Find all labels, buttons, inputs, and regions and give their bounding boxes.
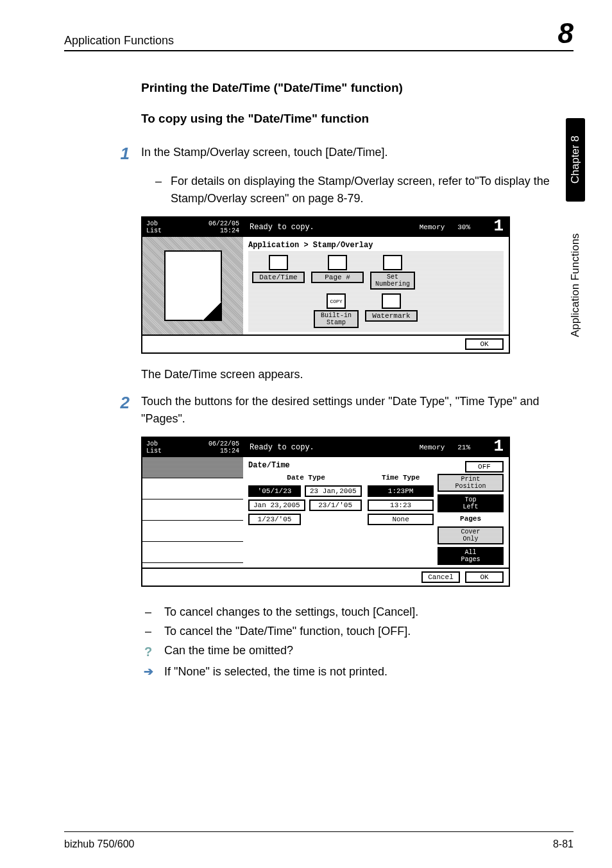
list-item[interactable] bbox=[142, 521, 243, 542]
cancel-button[interactable]: Cancel bbox=[421, 571, 460, 583]
time-opt-3[interactable]: None bbox=[368, 514, 434, 525]
step-2: 2 Touch the buttons for the desired sett… bbox=[141, 393, 554, 428]
setnum-icon bbox=[383, 255, 402, 270]
dash-icon: – bbox=[141, 603, 155, 621]
list-item[interactable] bbox=[142, 457, 243, 478]
date-opt-4[interactable]: 23/1/'05 bbox=[309, 499, 362, 511]
datetime-icon bbox=[269, 255, 288, 270]
time-type-label: Time Type bbox=[368, 474, 434, 482]
pages-opt-1[interactable]: Cover Only bbox=[438, 526, 504, 544]
setnum-button[interactable]: Set Numbering bbox=[370, 272, 415, 290]
step-1: 1 In the Stamp/Overlay screen, touch [Da… bbox=[141, 144, 554, 164]
off-button[interactable]: OFF bbox=[465, 461, 504, 473]
job-list-area-2[interactable]: Job List 06/22/05 15:24 bbox=[142, 438, 243, 457]
pages-opt-2[interactable]: All Pages bbox=[438, 547, 504, 565]
date-type-label: Date Type bbox=[248, 474, 364, 482]
page-icon bbox=[328, 255, 347, 270]
builtin-icon: COPY bbox=[327, 293, 346, 309]
datetime-button[interactable]: Date/Time bbox=[252, 272, 305, 283]
time-opt-1[interactable]: 1:23PM bbox=[368, 485, 434, 497]
status-bar-2: Ready to copy. Memory 21% 1 bbox=[243, 438, 509, 457]
memory-value: 30% bbox=[457, 223, 470, 231]
memory-label-2: Memory bbox=[420, 444, 445, 451]
step-2-text: Touch the buttons for the desired settin… bbox=[141, 393, 554, 428]
date-opt-2[interactable]: 23 Jan,2005 bbox=[305, 485, 362, 497]
note-1: To cancel changes to the settings, touch… bbox=[164, 603, 418, 621]
copy-count: 1 bbox=[493, 216, 504, 236]
page-button[interactable]: Page # bbox=[311, 272, 364, 283]
header-time: 15:24 bbox=[220, 227, 239, 234]
footer-right: 8-81 bbox=[553, 838, 574, 850]
job-list-label-2: Job List bbox=[146, 440, 162, 455]
builtin-button[interactable]: Built-in Stamp bbox=[314, 310, 359, 328]
list-item[interactable] bbox=[142, 542, 243, 563]
preview-pane bbox=[142, 237, 243, 334]
memory-value-2: 21% bbox=[457, 444, 470, 451]
footer-rule bbox=[64, 831, 574, 832]
header-left-text: Application Functions bbox=[64, 34, 174, 48]
header-time-2: 15:24 bbox=[220, 447, 239, 455]
question-icon: ? bbox=[141, 642, 155, 662]
side-tab: Chapter 8 Application Functions bbox=[566, 118, 585, 478]
header-date: 06/22/05 bbox=[208, 220, 239, 227]
copy-count-2: 1 bbox=[493, 437, 504, 456]
list-item[interactable] bbox=[142, 499, 243, 521]
print-position-value: Top Left bbox=[438, 494, 504, 512]
watermark-button[interactable]: Watermark bbox=[365, 310, 418, 322]
memory-label: Memory bbox=[420, 223, 445, 231]
heading-main: Printing the Date/Time ("Date/Time" func… bbox=[141, 81, 554, 95]
document-icon bbox=[164, 250, 222, 321]
list-item[interactable] bbox=[142, 478, 243, 499]
screen-title: Date/Time bbox=[248, 461, 290, 470]
header-date-2: 06/22/05 bbox=[208, 440, 239, 447]
header-rule bbox=[64, 50, 574, 51]
dash-icon: – bbox=[155, 173, 162, 207]
side-tab-section: Application Functions bbox=[566, 208, 585, 362]
step-1-text: In the Stamp/Overlay screen, touch [Date… bbox=[141, 144, 554, 161]
notes-block: –To cancel changes to the settings, touc… bbox=[141, 603, 554, 681]
screenshot-datetime: Job List 06/22/05 15:24 Ready to copy. M… bbox=[141, 437, 510, 587]
heading-sub: To copy using the "Date/Time" function bbox=[141, 112, 554, 126]
pages-label: Pages bbox=[438, 515, 504, 523]
page-footer: bizhub 750/600 8-81 bbox=[64, 838, 574, 850]
arrow-icon: ➔ bbox=[141, 663, 155, 681]
header-right: 8 bbox=[558, 19, 574, 48]
watermark-icon bbox=[382, 293, 401, 309]
note-q: Can the time be omitted? bbox=[164, 642, 293, 662]
screenshot-stamp-overlay: Job List 06/22/05 15:24 Ready to copy. M… bbox=[141, 216, 510, 354]
job-list-pane bbox=[142, 457, 243, 568]
ready-label: Ready to copy. bbox=[250, 223, 314, 232]
chapter-number: 8 bbox=[558, 19, 574, 48]
footer-left: bizhub 750/600 bbox=[64, 838, 134, 850]
job-list-area[interactable]: Job List 06/22/05 15:24 bbox=[142, 218, 243, 237]
step-1-sub: – For details on displaying the Stamp/Ov… bbox=[155, 173, 554, 207]
page-header: Application Functions 8 bbox=[64, 19, 574, 48]
status-bar: Ready to copy. Memory 30% 1 bbox=[243, 218, 509, 237]
step-1-sub-text: For details on displaying the Stamp/Over… bbox=[171, 173, 554, 207]
date-opt-5[interactable]: 1/23/'05 bbox=[248, 514, 301, 525]
note-a: If "None" is selected, the time is not p… bbox=[164, 663, 387, 681]
time-opt-2[interactable]: 13:23 bbox=[368, 499, 434, 511]
date-opt-3[interactable]: Jan 23,2005 bbox=[248, 499, 305, 511]
ready-label-2: Ready to copy. bbox=[250, 443, 314, 452]
step-2-number: 2 bbox=[113, 393, 130, 413]
note-2: To cancel the "Date/Time" function, touc… bbox=[164, 623, 411, 641]
ok-button[interactable]: OK bbox=[465, 338, 504, 350]
breadcrumb: Application > Stamp/Overlay bbox=[248, 241, 504, 250]
step-1-number: 1 bbox=[113, 144, 130, 164]
ok-button-2[interactable]: OK bbox=[465, 571, 504, 583]
print-position-button[interactable]: Print Position bbox=[438, 474, 504, 492]
date-opt-1[interactable]: '05/1/23 bbox=[248, 485, 301, 497]
job-list-label: Job List bbox=[146, 220, 162, 234]
paragraph-appears: The Date/Time screen appears. bbox=[141, 368, 554, 381]
dash-icon: – bbox=[141, 623, 155, 641]
side-tab-chapter: Chapter 8 bbox=[566, 118, 585, 202]
